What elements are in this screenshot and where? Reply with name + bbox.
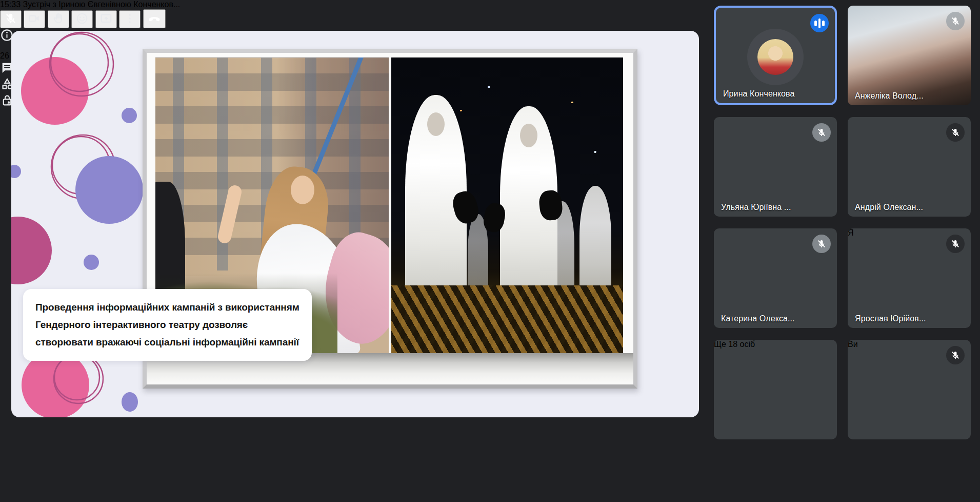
mic-off-icon [4,12,17,25]
more-vertical-icon [123,12,136,25]
photo-theater-night [391,57,623,353]
robed-figure [579,186,611,291]
mic-off-icon [946,235,965,253]
mic-off-icon [946,346,965,364]
overflow-count-label: Ще 18 осіб [714,340,837,349]
mic-toggle-button[interactable] [0,10,22,28]
present-screen-button[interactable] [95,10,117,28]
participant-tile-ulyana[interactable]: Ульяна Юріївна ... [714,117,837,217]
participant-name: Ви [848,340,858,349]
caption-line: Гендерного інтерактивного театру дозволя… [35,316,299,334]
participant-tile-anzhelika[interactable]: Анжеліка Волод... [848,6,971,105]
meeting-title: Зустріч з Іриною Євгенівною Конченков... [23,0,181,9]
dancer-face [291,176,314,204]
reactions-button[interactable] [71,10,93,28]
patterned-floor [391,285,623,353]
participant-name: Ульяна Юріївна ... [721,203,791,212]
slide-caption: Проведення інформаційних кампаній з вико… [23,289,312,361]
mic-off-icon [812,235,831,253]
videocam-icon [28,12,41,25]
present-screen-icon [99,12,113,25]
participant-tile-yaroslav[interactable]: Я Ярослав Юрійов... [848,228,971,328]
participants-grid: Ирина Конченкова Анжеліка Волод... Ульян… [714,6,971,439]
raise-hand-button[interactable] [48,10,69,28]
participant-name: Анжеліка Волод... [855,91,924,101]
mic-off-icon [946,123,965,142]
participant-tile-irina[interactable]: Ирина Конченкова [714,6,837,105]
overflow-participants-tile[interactable]: Ще 18 осіб [714,340,837,439]
caption-line: Проведення інформаційних кампаній з вико… [35,299,299,316]
mic-off-icon [812,123,831,142]
avatar-photo [757,39,793,75]
camera-toggle-button[interactable] [24,10,45,28]
end-call-icon [147,11,162,25]
participant-name: Катерина Олекса... [721,314,795,323]
presentation-stage: Проведення інформаційних кампаній з вико… [11,31,699,417]
participant-count-badge: 26 [0,51,9,60]
hand-icon [52,12,65,25]
hood-face [520,124,537,147]
speaking-indicator-icon [810,14,829,32]
mic-off-icon [946,12,965,30]
smiley-icon [75,12,89,25]
more-options-button[interactable] [119,10,141,28]
leave-call-button[interactable] [143,9,166,28]
self-view-tile[interactable]: Ви [848,340,971,439]
hood-face [427,112,445,136]
clock: 15:33 [0,0,21,9]
caption-line: створювати вражаючі соціальні інформацій… [35,334,299,351]
participant-name: Ярослав Юрійов... [855,314,926,323]
google-meet-window: Проведення інформаційних кампаній з вико… [0,0,980,502]
participant-tile-andrii[interactable]: Андрій Олексан... [848,117,971,217]
participant-tile-kateryna[interactable]: Катерина Олекса... [714,228,837,328]
participant-name: Ирина Конченкова [723,89,795,99]
participant-name: Андрій Олексан... [855,203,923,212]
